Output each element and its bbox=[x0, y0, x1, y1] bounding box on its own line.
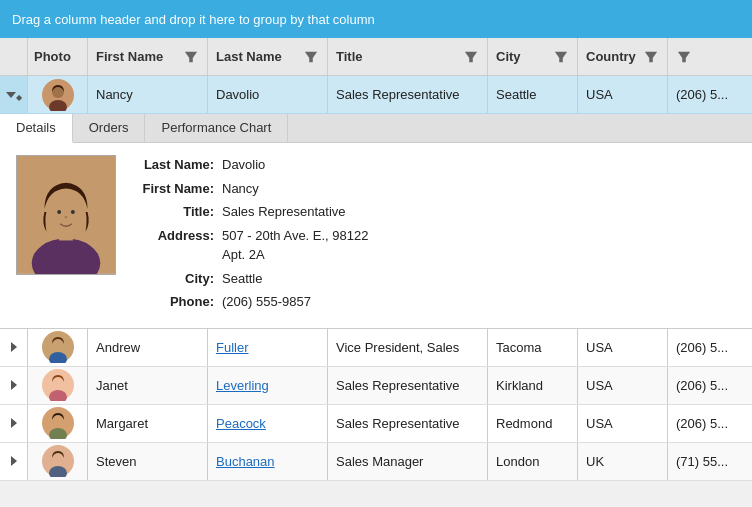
tab-details[interactable]: Details bbox=[0, 114, 73, 143]
svg-point-12 bbox=[44, 190, 87, 237]
nancy-avatar bbox=[42, 79, 74, 111]
detail-photo bbox=[16, 155, 116, 275]
diamond-marker: ◆ bbox=[16, 88, 22, 103]
detail-lastname-row: Last Name: Davolio bbox=[132, 155, 736, 175]
row-country: USA bbox=[578, 367, 668, 404]
row-title: Vice President, Sales bbox=[328, 329, 488, 366]
photo-cell bbox=[28, 366, 88, 404]
table-row[interactable]: Steven Buchanan Sales Manager London UK … bbox=[0, 443, 752, 481]
detail-city-row: City: Seattle bbox=[132, 269, 736, 289]
row-city: Redmond bbox=[488, 405, 578, 442]
expand-right-arrow bbox=[11, 418, 17, 428]
selected-title: Sales Representative bbox=[328, 76, 488, 113]
selected-lastname: Davolio bbox=[208, 76, 328, 113]
row-phone: (206) 5... bbox=[668, 367, 752, 404]
lastname-column-header[interactable]: Last Name bbox=[208, 38, 328, 75]
city-filter-icon[interactable] bbox=[553, 49, 569, 65]
lastname-value: Davolio bbox=[222, 155, 265, 175]
row-firstname: Andrew bbox=[88, 329, 208, 366]
address-value: 507 - 20th Ave. E., 98122 Apt. 2A bbox=[222, 226, 369, 265]
drag-bar: Drag a column header and drop it here to… bbox=[0, 0, 752, 38]
selected-firstname: Nancy bbox=[88, 76, 208, 113]
table-row[interactable]: Janet Leverling Sales Representative Kir… bbox=[0, 367, 752, 405]
row-country: UK bbox=[578, 443, 668, 480]
tab-performance-chart[interactable]: Performance Chart bbox=[145, 114, 288, 142]
firstname-filter-icon[interactable] bbox=[183, 49, 199, 65]
expand-right-arrow bbox=[11, 380, 17, 390]
expand-column-header bbox=[0, 38, 28, 75]
row-phone: (206) 5... bbox=[668, 405, 752, 442]
expand-cell[interactable] bbox=[0, 405, 28, 442]
row-country: USA bbox=[578, 405, 668, 442]
photo-cell bbox=[28, 404, 88, 442]
row-title: Sales Representative bbox=[328, 405, 488, 442]
row-firstname: Janet bbox=[88, 367, 208, 404]
drag-bar-text: Drag a column header and drop it here to… bbox=[12, 12, 375, 27]
country-filter-icon[interactable] bbox=[643, 49, 659, 65]
expand-right-arrow bbox=[11, 342, 17, 352]
table-row[interactable]: Andrew Fuller Vice President, Sales Taco… bbox=[0, 329, 752, 367]
selected-country: USA bbox=[578, 76, 668, 113]
detail-address-row: Address: 507 - 20th Ave. E., 98122 Apt. … bbox=[132, 226, 736, 265]
selected-expand-cell[interactable]: ◆ bbox=[0, 76, 28, 113]
detail-tabs: Details Orders Performance Chart bbox=[0, 114, 752, 143]
row-lastname: Buchanan bbox=[208, 443, 328, 480]
svg-marker-1 bbox=[305, 51, 317, 62]
row-city: Kirkland bbox=[488, 367, 578, 404]
extra-filter-icon[interactable] bbox=[676, 49, 692, 65]
row-title: Sales Representative bbox=[328, 367, 488, 404]
detail-panel: Details Orders Performance Chart bbox=[0, 114, 752, 329]
title-label: Title: bbox=[132, 202, 222, 222]
row-lastname: Fuller bbox=[208, 329, 328, 366]
row-phone: (206) 5... bbox=[668, 329, 752, 366]
row-avatar bbox=[42, 331, 74, 363]
address-label: Address: bbox=[132, 226, 222, 265]
row-lastname: Leverling bbox=[208, 367, 328, 404]
row-lastname: Peacock bbox=[208, 405, 328, 442]
row-title: Sales Manager bbox=[328, 443, 488, 480]
photo-column-header: Photo bbox=[28, 38, 88, 75]
row-phone: (71) 55... bbox=[668, 443, 752, 480]
detail-content: Last Name: Davolio First Name: Nancy Tit… bbox=[0, 143, 752, 328]
expand-cell[interactable] bbox=[0, 329, 28, 366]
detail-title-row: Title: Sales Representative bbox=[132, 202, 736, 222]
row-city: Tacoma bbox=[488, 329, 578, 366]
detail-firstname-row: First Name: Nancy bbox=[132, 179, 736, 199]
detail-info: Last Name: Davolio First Name: Nancy Tit… bbox=[132, 155, 736, 316]
title-filter-icon[interactable] bbox=[463, 49, 479, 65]
city-label: City: bbox=[132, 269, 222, 289]
svg-marker-3 bbox=[555, 51, 567, 62]
row-avatar bbox=[42, 369, 74, 401]
row-country: USA bbox=[578, 329, 668, 366]
title-column-header[interactable]: Title bbox=[328, 38, 488, 75]
expand-cell[interactable] bbox=[0, 443, 28, 480]
photo-cell bbox=[28, 442, 88, 480]
title-value: Sales Representative bbox=[222, 202, 346, 222]
firstname-label: First Name: bbox=[132, 179, 222, 199]
row-city: London bbox=[488, 443, 578, 480]
city-value: Seattle bbox=[222, 269, 262, 289]
table-row[interactable]: Margaret Peacock Sales Representative Re… bbox=[0, 405, 752, 443]
svg-marker-0 bbox=[185, 51, 197, 62]
row-firstname: Margaret bbox=[88, 405, 208, 442]
photo-cell bbox=[28, 329, 88, 367]
firstname-column-header[interactable]: First Name bbox=[88, 38, 208, 75]
selected-row[interactable]: ◆ Nancy Davolio Sales Representative Sea… bbox=[0, 76, 752, 114]
country-column-header[interactable]: Country bbox=[578, 38, 668, 75]
expand-down-arrow bbox=[6, 92, 16, 98]
phone-label: Phone: bbox=[132, 292, 222, 312]
selected-city: Seattle bbox=[488, 76, 578, 113]
city-column-header[interactable]: City bbox=[488, 38, 578, 75]
expand-cell[interactable] bbox=[0, 367, 28, 404]
tab-orders[interactable]: Orders bbox=[73, 114, 146, 142]
grid-header: Photo First Name Last Name Title City Co… bbox=[0, 38, 752, 76]
lastname-filter-icon[interactable] bbox=[303, 49, 319, 65]
selected-photo-cell bbox=[28, 76, 88, 114]
firstname-value: Nancy bbox=[222, 179, 259, 199]
row-firstname: Steven bbox=[88, 443, 208, 480]
svg-marker-4 bbox=[645, 51, 657, 62]
expand-right-arrow bbox=[11, 456, 17, 466]
svg-marker-5 bbox=[678, 51, 690, 62]
svg-point-14 bbox=[71, 210, 75, 214]
extra-filter-button[interactable] bbox=[668, 38, 696, 75]
